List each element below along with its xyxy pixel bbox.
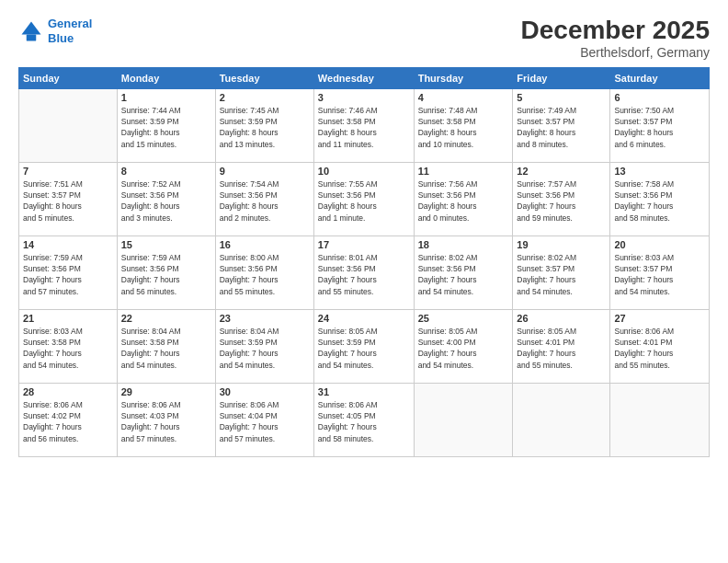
day-number: 3 (318, 92, 410, 103)
calendar-subtitle: Berthelsdorf, Germany (521, 45, 710, 60)
day-number: 31 (318, 386, 410, 397)
table-row: 31Sunrise: 8:06 AMSunset: 4:05 PMDayligh… (313, 383, 414, 456)
day-number: 1 (121, 92, 211, 103)
day-info: Sunrise: 7:56 AMSunset: 3:56 PMDaylight:… (418, 178, 509, 224)
day-info: Sunrise: 8:02 AMSunset: 3:56 PMDaylight:… (418, 252, 509, 297)
day-number: 13 (614, 166, 705, 177)
table-row: 6Sunrise: 7:50 AMSunset: 3:57 PMDaylight… (610, 88, 710, 162)
table-row: 26Sunrise: 8:05 AMSunset: 4:01 PMDayligh… (513, 309, 610, 383)
table-row: 15Sunrise: 7:59 AMSunset: 3:56 PMDayligh… (117, 236, 215, 309)
day-number: 27 (614, 313, 705, 324)
table-row: 23Sunrise: 8:04 AMSunset: 3:59 PMDayligh… (215, 309, 313, 383)
day-info: Sunrise: 7:46 AMSunset: 3:58 PMDaylight:… (318, 105, 410, 150)
header: General Blue December 2025 Berthelsdorf,… (18, 17, 710, 60)
table-row (414, 383, 513, 456)
day-number: 17 (318, 239, 410, 250)
col-tuesday: Tuesday (215, 67, 313, 88)
day-number: 26 (517, 313, 606, 324)
table-row: 13Sunrise: 7:58 AMSunset: 3:56 PMDayligh… (610, 162, 710, 236)
day-number: 22 (121, 313, 211, 324)
day-info: Sunrise: 8:05 AMSunset: 3:59 PMDaylight:… (318, 326, 410, 371)
col-thursday: Thursday (414, 67, 513, 88)
day-info: Sunrise: 8:06 AMSunset: 4:02 PMDaylight:… (23, 399, 113, 444)
day-number: 7 (23, 166, 113, 177)
table-row: 8Sunrise: 7:52 AMSunset: 3:56 PMDaylight… (117, 162, 215, 236)
calendar-title: December 2025 (521, 17, 710, 45)
table-row: 9Sunrise: 7:54 AMSunset: 3:56 PMDaylight… (215, 162, 313, 236)
table-row: 22Sunrise: 8:04 AMSunset: 3:58 PMDayligh… (117, 309, 215, 383)
col-wednesday: Wednesday (313, 67, 414, 88)
table-row: 2Sunrise: 7:45 AMSunset: 3:59 PMDaylight… (215, 88, 313, 162)
day-number: 2 (220, 92, 310, 103)
day-info: Sunrise: 8:06 AMSunset: 4:05 PMDaylight:… (318, 399, 410, 444)
calendar-header-row: Sunday Monday Tuesday Wednesday Thursday… (19, 67, 710, 88)
table-row: 24Sunrise: 8:05 AMSunset: 3:59 PMDayligh… (313, 309, 414, 383)
table-row: 10Sunrise: 7:55 AMSunset: 3:56 PMDayligh… (313, 162, 414, 236)
table-row (610, 383, 710, 456)
calendar-week-5: 28Sunrise: 8:06 AMSunset: 4:02 PMDayligh… (19, 383, 710, 456)
day-info: Sunrise: 8:04 AMSunset: 3:59 PMDaylight:… (220, 326, 310, 371)
table-row (19, 88, 118, 162)
calendar-week-2: 7Sunrise: 7:51 AMSunset: 3:57 PMDaylight… (19, 162, 710, 236)
day-number: 12 (517, 166, 606, 177)
table-row: 18Sunrise: 8:02 AMSunset: 3:56 PMDayligh… (414, 236, 513, 309)
day-info: Sunrise: 8:05 AMSunset: 4:01 PMDaylight:… (517, 326, 606, 371)
day-number: 25 (418, 313, 509, 324)
day-number: 30 (220, 386, 310, 397)
table-row: 17Sunrise: 8:01 AMSunset: 3:56 PMDayligh… (313, 236, 414, 309)
day-info: Sunrise: 7:49 AMSunset: 3:57 PMDaylight:… (517, 105, 606, 150)
day-info: Sunrise: 8:06 AMSunset: 4:03 PMDaylight:… (121, 399, 211, 444)
day-number: 20 (614, 239, 705, 250)
table-row: 25Sunrise: 8:05 AMSunset: 4:00 PMDayligh… (414, 309, 513, 383)
table-row: 20Sunrise: 8:03 AMSunset: 3:57 PMDayligh… (610, 236, 710, 309)
day-info: Sunrise: 7:52 AMSunset: 3:56 PMDaylight:… (121, 178, 211, 224)
day-number: 18 (418, 239, 509, 250)
day-number: 16 (220, 239, 310, 250)
col-sunday: Sunday (19, 67, 118, 88)
logo: General Blue (18, 17, 92, 45)
day-info: Sunrise: 7:59 AMSunset: 3:56 PMDaylight:… (121, 252, 211, 297)
day-number: 11 (418, 166, 509, 177)
table-row (513, 383, 610, 456)
day-info: Sunrise: 8:02 AMSunset: 3:57 PMDaylight:… (517, 252, 606, 297)
table-row: 11Sunrise: 7:56 AMSunset: 3:56 PMDayligh… (414, 162, 513, 236)
table-row: 16Sunrise: 8:00 AMSunset: 3:56 PMDayligh… (215, 236, 313, 309)
table-row: 1Sunrise: 7:44 AMSunset: 3:59 PMDaylight… (117, 88, 215, 162)
day-info: Sunrise: 7:54 AMSunset: 3:56 PMDaylight:… (220, 178, 310, 224)
day-info: Sunrise: 8:03 AMSunset: 3:58 PMDaylight:… (23, 326, 113, 371)
day-number: 6 (614, 92, 705, 103)
table-row: 12Sunrise: 7:57 AMSunset: 3:56 PMDayligh… (513, 162, 610, 236)
svg-rect-1 (27, 34, 37, 40)
col-friday: Friday (513, 67, 610, 88)
table-row: 14Sunrise: 7:59 AMSunset: 3:56 PMDayligh… (19, 236, 118, 309)
day-number: 29 (121, 386, 211, 397)
day-number: 19 (517, 239, 606, 250)
day-number: 24 (318, 313, 410, 324)
page: General Blue December 2025 Berthelsdorf,… (0, 0, 728, 563)
day-info: Sunrise: 8:01 AMSunset: 3:56 PMDaylight:… (318, 252, 410, 297)
table-row: 3Sunrise: 7:46 AMSunset: 3:58 PMDaylight… (313, 88, 414, 162)
table-row: 28Sunrise: 8:06 AMSunset: 4:02 PMDayligh… (19, 383, 118, 456)
logo-icon (18, 18, 44, 44)
day-info: Sunrise: 7:44 AMSunset: 3:59 PMDaylight:… (121, 105, 211, 150)
day-info: Sunrise: 8:06 AMSunset: 4:04 PMDaylight:… (220, 399, 310, 444)
day-info: Sunrise: 7:55 AMSunset: 3:56 PMDaylight:… (318, 178, 410, 224)
day-info: Sunrise: 8:06 AMSunset: 4:01 PMDaylight:… (614, 326, 705, 371)
day-info: Sunrise: 7:48 AMSunset: 3:58 PMDaylight:… (418, 105, 509, 150)
day-info: Sunrise: 8:04 AMSunset: 3:58 PMDaylight:… (121, 326, 211, 371)
day-number: 4 (418, 92, 509, 103)
table-row: 21Sunrise: 8:03 AMSunset: 3:58 PMDayligh… (19, 309, 118, 383)
day-info: Sunrise: 7:58 AMSunset: 3:56 PMDaylight:… (614, 178, 705, 224)
day-number: 9 (220, 166, 310, 177)
svg-marker-0 (22, 21, 41, 34)
day-number: 14 (23, 239, 113, 250)
day-info: Sunrise: 7:59 AMSunset: 3:56 PMDaylight:… (23, 252, 113, 297)
table-row: 4Sunrise: 7:48 AMSunset: 3:58 PMDaylight… (414, 88, 513, 162)
table-row: 27Sunrise: 8:06 AMSunset: 4:01 PMDayligh… (610, 309, 710, 383)
title-block: December 2025 Berthelsdorf, Germany (521, 17, 710, 60)
day-info: Sunrise: 7:51 AMSunset: 3:57 PMDaylight:… (23, 178, 113, 224)
table-row: 19Sunrise: 8:02 AMSunset: 3:57 PMDayligh… (513, 236, 610, 309)
calendar-week-3: 14Sunrise: 7:59 AMSunset: 3:56 PMDayligh… (19, 236, 710, 309)
calendar-table: Sunday Monday Tuesday Wednesday Thursday… (18, 67, 710, 457)
table-row: 5Sunrise: 7:49 AMSunset: 3:57 PMDaylight… (513, 88, 610, 162)
